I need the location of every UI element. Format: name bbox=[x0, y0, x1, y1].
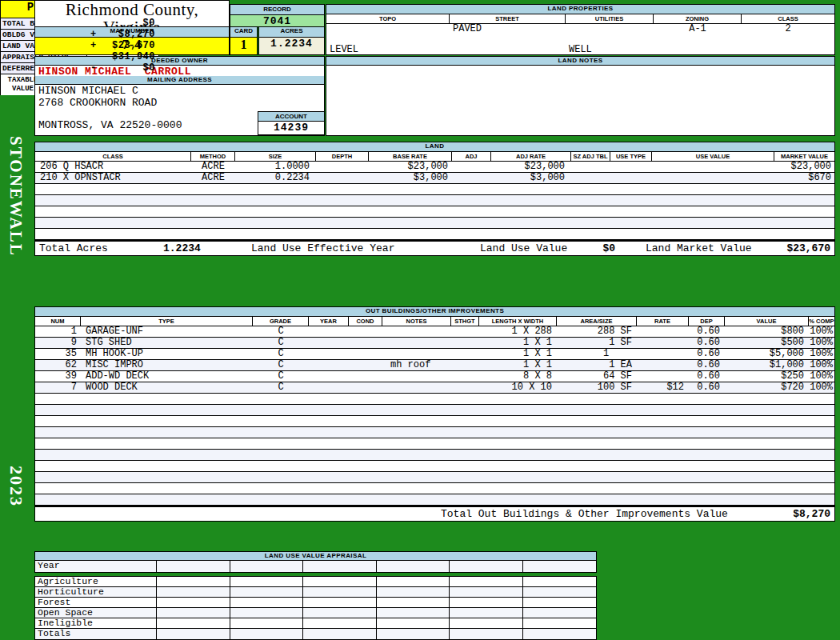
out-buildings-total-row: Total Out Buildings & Other Improvements… bbox=[35, 506, 834, 521]
total-acres-value: 1.2234 bbox=[163, 242, 201, 255]
appraisal-row-horticulture: Horticulture bbox=[35, 587, 596, 598]
empty-row bbox=[35, 195, 834, 206]
out-building-row: 35MH HOOK-UP C 1 X 1 1 0.60$5,000 100% bbox=[35, 349, 834, 360]
appraisal-row-agriculture: Agriculture bbox=[35, 577, 596, 587]
land-market-value-label: Land Market Value bbox=[646, 242, 752, 255]
out-building-row: 7WOOD DECK C 10 X 10 100 SF$12 0.60$720 … bbox=[35, 382, 834, 394]
empty-row bbox=[35, 229, 834, 240]
out-building-row: 62MISC IMPRO C mh roof 1 X 1 1 EA 0.60$1… bbox=[35, 360, 834, 371]
land-properties-title: LAND PROPERTIES bbox=[326, 5, 834, 14]
record-value: 7041 bbox=[230, 15, 324, 26]
empty-row bbox=[35, 461, 834, 472]
empty-row bbox=[35, 494, 834, 506]
deeded-owner-value: HINSON MICHAEL CARROLL bbox=[35, 66, 324, 76]
land-totals-row: Total Acres 1.2234 Land Use Effective Ye… bbox=[35, 240, 834, 255]
out-buildings-headers: NUM TYPE GRADE YEAR COND NOTES STHGT LEN… bbox=[35, 317, 834, 326]
property-record-card: STONEWALL 2023 Richmond County, Virginia… bbox=[0, 0, 840, 640]
mailing-address-line2: 2768 CROOKHORN ROAD bbox=[35, 97, 324, 109]
out-building-row: 1GARAGE-UNF C 1 X 288 288 SF 0.60$800 10… bbox=[35, 326, 834, 338]
land-notes-box: LAND NOTES bbox=[326, 56, 835, 136]
deeded-owner-label: DEEDED OWNER bbox=[35, 57, 324, 66]
card-box: CARD 1 bbox=[230, 26, 258, 55]
land-properties-box: LAND PROPERTIES TOPO STREET UTILITIES ZO… bbox=[326, 4, 835, 55]
total-acres-label: Total Acres bbox=[39, 242, 108, 255]
col-header-street: STREET bbox=[450, 14, 566, 23]
land-use-appraisal-top: LAND USE VALUE APPRAISAL Year bbox=[34, 551, 597, 573]
out-building-row: 39ADD-WD DECK C 8 X 8 64 SF 0.60$250 100… bbox=[35, 371, 834, 382]
col-header-zoning: ZONING bbox=[654, 14, 742, 23]
out-buildings-table: OUT BUILDINGS/OTHER IMPROVEMENTS NUM TYP… bbox=[34, 306, 835, 522]
acres-label: ACRES bbox=[259, 27, 324, 38]
sidebar-district-label: STONEWALL bbox=[6, 120, 26, 272]
empty-row bbox=[35, 427, 834, 438]
owner-box: DEEDED OWNER HINSON MICHAEL CARROLL MAIL… bbox=[34, 56, 325, 136]
out-building-row: 9STG SHED C 1 X 1 1 SF 0.60$500 100% bbox=[35, 338, 834, 349]
land-use-appraisal-title: LAND USE VALUE APPRAISAL bbox=[35, 552, 596, 561]
col-header-topo: TOPO bbox=[326, 14, 450, 23]
appraisal-row-totals: Totals bbox=[35, 629, 596, 639]
empty-row bbox=[35, 206, 834, 218]
empty-row bbox=[35, 218, 834, 229]
land-use-appraisal-body: Agriculture Horticulture Forest Open Spa… bbox=[34, 576, 597, 640]
acres-value: 1.2234 bbox=[259, 38, 324, 54]
record-box: RECORD 7041 bbox=[230, 4, 325, 27]
land-table-headers: CLASS METHOD SIZE DEPTH BASE RATE ADJ AD… bbox=[35, 152, 834, 162]
out-buildings-total-value: $8,270 bbox=[793, 507, 830, 521]
empty-row bbox=[35, 405, 834, 416]
effective-year-label: Land Use Effective Year bbox=[251, 242, 394, 255]
land-table: LAND CLASS METHOD SIZE DEPTH BASE RATE A… bbox=[34, 142, 835, 256]
land-use-value: $0 bbox=[563, 242, 615, 255]
appraisal-row-ineligible: Ineligible bbox=[35, 618, 596, 629]
land-use-appraisal-table: LAND USE VALUE APPRAISAL Year Agricultur… bbox=[34, 551, 597, 640]
empty-row bbox=[35, 450, 834, 461]
mailing-address-line1: HINSON MICHAEL C bbox=[35, 85, 324, 97]
empty-row bbox=[35, 483, 834, 494]
empty-row bbox=[35, 472, 834, 483]
appraisal-row-forest: Forest bbox=[35, 598, 596, 608]
appraisal-row-open-space: Open Space bbox=[35, 608, 596, 618]
record-label: RECORD bbox=[230, 5, 324, 15]
land-row: 206 Q HSACRACRE 1.0000 $23,000 $23,000 $… bbox=[35, 162, 834, 173]
col-header-class: CLASS bbox=[742, 14, 834, 23]
empty-row bbox=[35, 184, 834, 195]
land-row: 210 X OPNSTACRACRE 0.2234 $3,000 $3,000 … bbox=[35, 173, 834, 184]
col-header-utilities: UTILITIES bbox=[566, 14, 654, 23]
acres-box: ACRES 1.2234 bbox=[258, 26, 325, 55]
land-market-value: $23,670 bbox=[786, 242, 830, 255]
land-notes-title: LAND NOTES bbox=[326, 57, 834, 66]
empty-row bbox=[35, 416, 834, 427]
land-properties-headers: TOPO STREET UTILITIES ZONING CLASS bbox=[326, 14, 834, 24]
out-buildings-title: OUT BUILDINGS/OTHER IMPROVEMENTS bbox=[35, 307, 834, 317]
land-use-value-label: Land Use Value bbox=[480, 242, 567, 255]
empty-row bbox=[35, 438, 834, 450]
out-buildings-total-label: Total Out Buildings & Other Improvements… bbox=[441, 507, 728, 521]
empty-row bbox=[35, 394, 834, 405]
land-table-title: LAND bbox=[35, 142, 834, 152]
account-label: ACCOUNT bbox=[258, 112, 324, 122]
card-label: CARD bbox=[230, 27, 257, 38]
sidebar-year-label: 2023 bbox=[6, 454, 26, 518]
account-value: 14239 bbox=[258, 122, 324, 134]
card-value: 1 bbox=[230, 38, 257, 54]
account-box: ACCOUNT 14239 bbox=[258, 111, 325, 135]
appraisal-row-year: Year bbox=[35, 561, 596, 572]
